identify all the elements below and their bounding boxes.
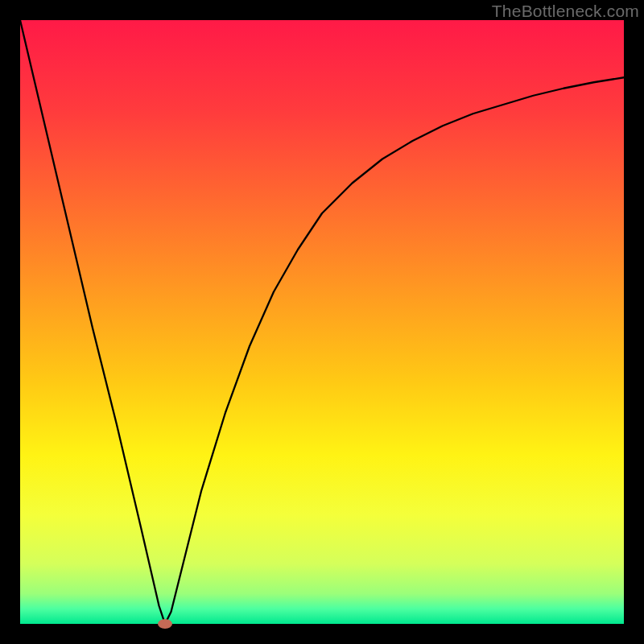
optimal-point-marker bbox=[158, 619, 172, 629]
watermark-text: TheBottleneck.com bbox=[492, 2, 639, 21]
svg-rect-0 bbox=[20, 20, 624, 624]
plot-area bbox=[20, 20, 624, 624]
gradient-background bbox=[20, 20, 624, 624]
